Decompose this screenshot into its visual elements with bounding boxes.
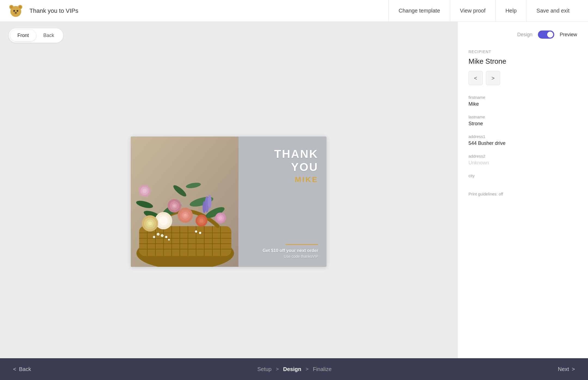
breadcrumb-design[interactable]: Design [283,366,301,372]
design-preview-switch[interactable] [538,30,554,39]
address2-value: Unknown [468,160,577,166]
nav-actions: Change template View proof Help Save and… [388,0,579,22]
view-proof-button[interactable]: View proof [450,0,495,22]
svg-point-51 [208,195,212,209]
breadcrumb-sep-1: > [276,366,279,372]
recipient-nav: < > [468,71,577,85]
breadcrumb-sep-2: > [306,366,309,372]
svg-point-55 [199,218,204,223]
field-lastname: lastname Strone [468,115,577,127]
svg-point-9 [15,12,16,13]
main-content: Front Back [0,22,588,358]
design-label: Design [517,32,532,38]
firstname-value: Mike [468,101,577,107]
next-button[interactable]: Next > [558,366,575,372]
svg-point-60 [195,230,197,232]
lastname-label: lastname [468,115,577,119]
card-thank-you-text: THANK YOU [244,148,318,174]
back-button[interactable]: Back [36,30,62,41]
next-label: Next [558,366,569,372]
svg-point-8 [15,12,17,13]
address1-label: address1 [468,134,577,139]
left-panel: Front Back [0,22,457,358]
card-offer-text: Get $10 off your next order [262,248,318,253]
next-recipient-button[interactable]: > [486,71,500,85]
svg-point-63 [158,234,159,235]
toggle-knob [547,32,553,38]
logo[interactable] [9,4,23,18]
svg-point-62 [168,239,170,240]
card-preview-area: THANK YOU MIKE Get $10 off your next ord… [9,51,449,352]
field-address2: address2 Unknown [468,154,577,166]
svg-point-71 [142,189,147,193]
breadcrumb: Setup > Design > Finalize [31,366,558,372]
back-arrow-icon: < [13,366,16,372]
address1-value: 544 Busher drive [468,140,577,146]
top-navigation: Thank you to VIPs Change template View p… [0,0,588,22]
right-panel: Design Preview RECIPIENT Mike Strone < >… [457,22,588,358]
address2-label: address2 [468,154,577,158]
svg-point-65 [154,236,154,237]
svg-point-4 [19,6,22,8]
recipient-name: Mike Strone [468,57,577,66]
back-label: Back [19,366,31,372]
card-floral-area [131,137,238,267]
svg-point-52 [203,201,206,213]
field-city: city [468,173,577,180]
change-template-button[interactable]: Change template [388,0,450,22]
card-code-text: Use code thanksVIP [262,254,318,259]
bottom-bar: < Back Setup > Design > Finalize Next > [0,358,588,380]
svg-point-5 [13,10,15,12]
svg-point-49 [148,221,152,225]
svg-point-6 [17,10,18,12]
card-text-area: THANK YOU MIKE Get $10 off your next ord… [238,137,326,267]
svg-point-37 [161,218,166,223]
firstname-label: firstname [468,95,577,100]
side-toggle: Front Back [9,28,63,43]
lastname-value: Strone [468,121,577,127]
card-divider [286,244,318,245]
svg-point-59 [165,236,167,238]
svg-point-41 [183,213,187,217]
print-guidelines: Print guidelines: off [468,192,577,196]
next-arrow-icon: > [572,366,575,372]
svg-point-3 [10,6,13,8]
svg-point-61 [199,232,201,234]
prev-recipient-button[interactable]: < [468,71,483,85]
recipient-section-label: RECIPIENT [468,50,577,54]
svg-point-68 [219,216,222,220]
help-button[interactable]: Help [495,0,526,22]
field-address1: address1 544 Busher drive [468,134,577,146]
front-button[interactable]: Front [10,30,36,41]
page-title: Thank you to VIPs [29,7,388,14]
svg-point-64 [162,235,163,236]
preview-label: Preview [560,32,577,38]
back-button[interactable]: < Back [13,366,31,372]
svg-point-45 [173,204,176,207]
design-preview-toggle: Design Preview [468,30,577,39]
field-firstname: firstname Mike [468,95,577,107]
card-personalized-name: MIKE [295,175,318,184]
city-label: city [468,173,577,178]
card-bottom-text: Get $10 off your next order Use code tha… [262,244,318,259]
card-background: THANK YOU MIKE Get $10 off your next ord… [131,137,326,267]
breadcrumb-setup[interactable]: Setup [257,366,271,372]
save-exit-button[interactable]: Save and exit [526,0,579,22]
breadcrumb-finalize[interactable]: Finalize [313,366,332,372]
card-preview: THANK YOU MIKE Get $10 off your next ord… [131,136,327,267]
